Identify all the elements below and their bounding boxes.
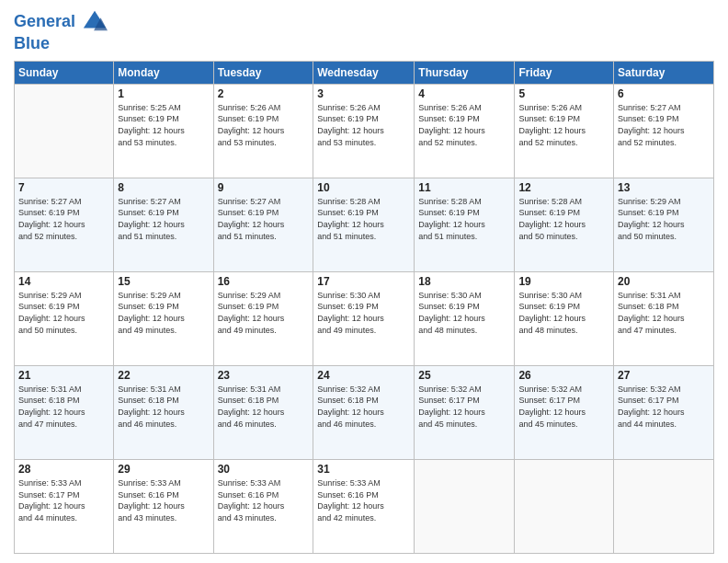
weekday-header: Monday: [114, 61, 213, 84]
day-info: Sunrise: 5:30 AM Sunset: 6:19 PM Dayligh…: [317, 290, 410, 336]
day-number: 17: [317, 275, 410, 288]
calendar-week-row: 7Sunrise: 5:27 AM Sunset: 6:19 PM Daylig…: [15, 178, 714, 271]
day-info: Sunrise: 5:30 AM Sunset: 6:19 PM Dayligh…: [418, 290, 510, 336]
day-number: 11: [418, 181, 510, 194]
day-info: Sunrise: 5:31 AM Sunset: 6:18 PM Dayligh…: [618, 290, 710, 336]
calendar-day-cell: 1Sunrise: 5:25 AM Sunset: 6:19 PM Daylig…: [114, 84, 213, 178]
day-number: 3: [317, 87, 410, 100]
day-info: Sunrise: 5:28 AM Sunset: 6:19 PM Dayligh…: [518, 196, 609, 242]
day-info: Sunrise: 5:26 AM Sunset: 6:19 PM Dayligh…: [317, 102, 410, 148]
calendar-day-cell: 2Sunrise: 5:26 AM Sunset: 6:19 PM Daylig…: [213, 84, 313, 178]
day-info: Sunrise: 5:26 AM Sunset: 6:19 PM Dayligh…: [218, 102, 310, 148]
day-info: Sunrise: 5:27 AM Sunset: 6:19 PM Dayligh…: [118, 196, 209, 242]
day-number: 4: [418, 87, 510, 100]
calendar-day-cell: 23Sunrise: 5:31 AM Sunset: 6:18 PM Dayli…: [213, 365, 313, 459]
day-info: Sunrise: 5:29 AM Sunset: 6:19 PM Dayligh…: [18, 290, 109, 336]
day-number: 10: [317, 181, 410, 194]
day-number: 16: [218, 275, 310, 288]
day-number: 28: [18, 463, 109, 476]
page: General Blue SundayMondayTuesdayWednesda…: [0, 0, 728, 563]
day-info: Sunrise: 5:30 AM Sunset: 6:19 PM Dayligh…: [518, 290, 609, 336]
calendar-day-cell: 20Sunrise: 5:31 AM Sunset: 6:18 PM Dayli…: [614, 271, 714, 365]
calendar-day-cell: [614, 459, 714, 553]
day-number: 24: [317, 369, 410, 382]
day-number: 22: [118, 369, 209, 382]
day-number: 1: [118, 87, 209, 100]
day-info: Sunrise: 5:28 AM Sunset: 6:19 PM Dayligh…: [317, 196, 410, 242]
day-number: 14: [18, 275, 109, 288]
calendar-day-cell: 10Sunrise: 5:28 AM Sunset: 6:19 PM Dayli…: [313, 178, 415, 271]
calendar-day-cell: 17Sunrise: 5:30 AM Sunset: 6:19 PM Dayli…: [313, 271, 415, 365]
day-number: 20: [618, 275, 710, 288]
calendar-day-cell: 8Sunrise: 5:27 AM Sunset: 6:19 PM Daylig…: [114, 178, 213, 271]
calendar-day-cell: 4Sunrise: 5:26 AM Sunset: 6:19 PM Daylig…: [415, 84, 515, 178]
calendar-day-cell: 5Sunrise: 5:26 AM Sunset: 6:19 PM Daylig…: [515, 84, 614, 178]
day-number: 25: [418, 369, 510, 382]
calendar-day-cell: 6Sunrise: 5:27 AM Sunset: 6:19 PM Daylig…: [614, 84, 714, 178]
day-number: 5: [518, 87, 609, 100]
day-info: Sunrise: 5:32 AM Sunset: 6:17 PM Dayligh…: [418, 384, 510, 430]
calendar-day-cell: 16Sunrise: 5:29 AM Sunset: 6:19 PM Dayli…: [213, 271, 313, 365]
calendar-week-row: 1Sunrise: 5:25 AM Sunset: 6:19 PM Daylig…: [15, 84, 714, 178]
day-info: Sunrise: 5:33 AM Sunset: 6:16 PM Dayligh…: [118, 477, 209, 523]
day-number: 18: [418, 275, 510, 288]
weekday-header: Tuesday: [213, 61, 313, 84]
day-info: Sunrise: 5:25 AM Sunset: 6:19 PM Dayligh…: [118, 102, 209, 148]
day-info: Sunrise: 5:33 AM Sunset: 6:17 PM Dayligh…: [18, 477, 109, 523]
calendar-day-cell: 25Sunrise: 5:32 AM Sunset: 6:17 PM Dayli…: [415, 365, 515, 459]
day-info: Sunrise: 5:29 AM Sunset: 6:19 PM Dayligh…: [618, 196, 710, 242]
weekday-header: Wednesday: [313, 61, 415, 84]
weekday-header: Saturday: [614, 61, 714, 84]
weekday-header: Thursday: [415, 61, 515, 84]
day-number: 8: [118, 181, 209, 194]
day-info: Sunrise: 5:29 AM Sunset: 6:19 PM Dayligh…: [118, 290, 209, 336]
calendar-day-cell: 30Sunrise: 5:33 AM Sunset: 6:16 PM Dayli…: [213, 459, 313, 553]
calendar-day-cell: 28Sunrise: 5:33 AM Sunset: 6:17 PM Dayli…: [15, 459, 114, 553]
day-number: 23: [218, 369, 310, 382]
day-info: Sunrise: 5:27 AM Sunset: 6:19 PM Dayligh…: [618, 102, 710, 148]
day-info: Sunrise: 5:32 AM Sunset: 6:17 PM Dayligh…: [518, 384, 609, 430]
day-number: 30: [218, 463, 310, 476]
day-info: Sunrise: 5:27 AM Sunset: 6:19 PM Dayligh…: [18, 196, 109, 242]
calendar-day-cell: [15, 84, 114, 178]
calendar-week-row: 21Sunrise: 5:31 AM Sunset: 6:18 PM Dayli…: [15, 365, 714, 459]
day-info: Sunrise: 5:33 AM Sunset: 6:16 PM Dayligh…: [218, 477, 310, 523]
day-info: Sunrise: 5:31 AM Sunset: 6:18 PM Dayligh…: [18, 384, 109, 430]
day-info: Sunrise: 5:27 AM Sunset: 6:19 PM Dayligh…: [218, 196, 310, 242]
day-number: 26: [518, 369, 609, 382]
calendar-day-cell: 15Sunrise: 5:29 AM Sunset: 6:19 PM Dayli…: [114, 271, 213, 365]
day-info: Sunrise: 5:26 AM Sunset: 6:19 PM Dayligh…: [518, 102, 609, 148]
calendar-header-row: SundayMondayTuesdayWednesdayThursdayFrid…: [15, 61, 714, 84]
day-number: 21: [18, 369, 109, 382]
day-number: 27: [618, 369, 710, 382]
calendar-week-row: 28Sunrise: 5:33 AM Sunset: 6:17 PM Dayli…: [15, 459, 714, 553]
calendar-day-cell: 9Sunrise: 5:27 AM Sunset: 6:19 PM Daylig…: [213, 178, 313, 271]
calendar-day-cell: 18Sunrise: 5:30 AM Sunset: 6:19 PM Dayli…: [415, 271, 515, 365]
day-number: 31: [317, 463, 410, 476]
calendar-day-cell: 31Sunrise: 5:33 AM Sunset: 6:16 PM Dayli…: [313, 459, 415, 553]
calendar-day-cell: [415, 459, 515, 553]
day-number: 2: [218, 87, 310, 100]
calendar-day-cell: 12Sunrise: 5:28 AM Sunset: 6:19 PM Dayli…: [515, 178, 614, 271]
day-info: Sunrise: 5:31 AM Sunset: 6:18 PM Dayligh…: [218, 384, 310, 430]
calendar-week-row: 14Sunrise: 5:29 AM Sunset: 6:19 PM Dayli…: [15, 271, 714, 365]
logo: General Blue: [14, 9, 108, 53]
calendar-day-cell: 13Sunrise: 5:29 AM Sunset: 6:19 PM Dayli…: [614, 178, 714, 271]
weekday-header: Friday: [515, 61, 614, 84]
calendar-day-cell: 27Sunrise: 5:32 AM Sunset: 6:17 PM Dayli…: [614, 365, 714, 459]
day-number: 15: [118, 275, 209, 288]
calendar-day-cell: 11Sunrise: 5:28 AM Sunset: 6:19 PM Dayli…: [415, 178, 515, 271]
calendar-day-cell: 19Sunrise: 5:30 AM Sunset: 6:19 PM Dayli…: [515, 271, 614, 365]
day-info: Sunrise: 5:26 AM Sunset: 6:19 PM Dayligh…: [418, 102, 510, 148]
day-number: 29: [118, 463, 209, 476]
day-info: Sunrise: 5:31 AM Sunset: 6:18 PM Dayligh…: [118, 384, 209, 430]
logo-blue: Blue: [14, 35, 108, 53]
calendar-day-cell: 14Sunrise: 5:29 AM Sunset: 6:19 PM Dayli…: [15, 271, 114, 365]
day-info: Sunrise: 5:29 AM Sunset: 6:19 PM Dayligh…: [218, 290, 310, 336]
day-info: Sunrise: 5:28 AM Sunset: 6:19 PM Dayligh…: [418, 196, 510, 242]
day-info: Sunrise: 5:32 AM Sunset: 6:18 PM Dayligh…: [317, 384, 410, 430]
day-number: 9: [218, 181, 310, 194]
day-number: 12: [518, 181, 609, 194]
day-number: 13: [618, 181, 710, 194]
calendar-day-cell: 22Sunrise: 5:31 AM Sunset: 6:18 PM Dayli…: [114, 365, 213, 459]
